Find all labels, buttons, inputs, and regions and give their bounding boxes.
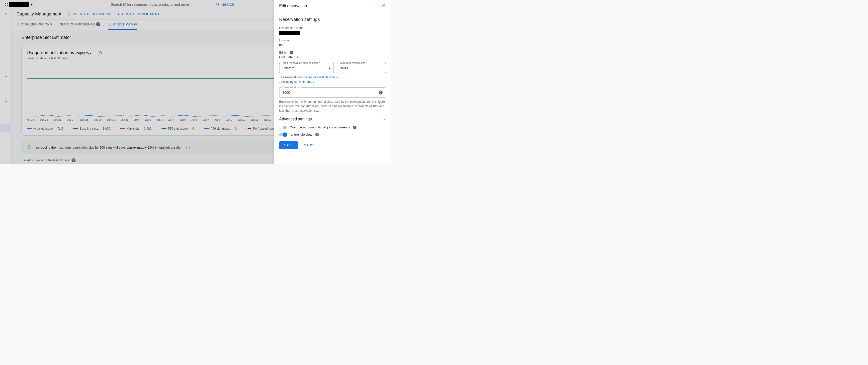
- close-icon: [381, 3, 386, 7]
- max-size-selector-label: Max reservation size selector *: [282, 61, 321, 64]
- chevron-down-icon: ▾: [329, 66, 331, 70]
- help-icon[interactable]: ?: [290, 51, 293, 54]
- save-button[interactable]: SAVE: [279, 141, 298, 149]
- cancel-button[interactable]: CANCEL: [301, 141, 320, 149]
- edit-reservation-panel: Edit reservation Reservation settings Re…: [274, 0, 391, 164]
- advanced-settings-toggle[interactable]: Advanced settings: [279, 117, 386, 121]
- max-available-link[interactable]: maximum available slots⬈: [303, 75, 338, 79]
- reservation-settings-title: Reservation settings: [279, 17, 386, 22]
- override-concurrency-label: Override automatic target job concurrenc…: [290, 125, 350, 129]
- reservation-name-redacted: [279, 31, 300, 35]
- location-label: Location: [279, 39, 386, 42]
- baseline-helper: Baseline is the minimum number of slots …: [279, 99, 386, 113]
- ignore-idle-row: Ignore idle slots ?: [279, 133, 386, 136]
- panel-title: Edit reservation: [279, 4, 307, 8]
- max-size-helper: The reservation's maximum available slot…: [279, 75, 386, 84]
- override-concurrency-toggle[interactable]: [279, 126, 287, 129]
- chevron-up-icon: [382, 117, 386, 121]
- max-size-field[interactable]: Max reservation size 3500: [337, 63, 386, 73]
- max-size-label: Max reservation size: [339, 61, 367, 64]
- panel-actions: SAVE CANCEL: [279, 141, 386, 149]
- external-link-icon: ⬈: [336, 76, 338, 79]
- help-icon[interactable]: ?: [353, 126, 356, 129]
- max-size-selector-value: Custom: [282, 66, 294, 70]
- panel-body: Reservation settings Reservation name Lo…: [274, 12, 391, 164]
- commitments-link[interactable]: commitments⬈: [294, 80, 315, 84]
- edition-label: Edition: [279, 51, 288, 54]
- close-button[interactable]: [381, 3, 386, 9]
- advanced-settings-title: Advanced settings: [279, 117, 312, 121]
- edition-value: ENTERPRISE: [279, 55, 386, 59]
- max-size-value: 3500: [340, 66, 348, 70]
- max-size-selector-field[interactable]: Max reservation size selector * Custom ▾: [279, 63, 334, 73]
- help-icon[interactable]: ?: [379, 91, 383, 94]
- ignore-idle-label: Ignore idle slots: [290, 133, 312, 136]
- ignore-idle-toggle[interactable]: [279, 133, 287, 136]
- reservation-name-label: Reservation name: [279, 26, 386, 30]
- override-concurrency-row: Override automatic target job concurrenc…: [279, 125, 386, 129]
- help-icon[interactable]: ?: [315, 133, 319, 136]
- external-link-icon: ⬈: [313, 81, 315, 83]
- baseline-slots-field[interactable]: Baseline slots 3000 ?: [279, 88, 386, 97]
- location-value: us: [279, 43, 386, 47]
- baseline-value: 3000: [282, 91, 290, 94]
- panel-header: Edit reservation: [274, 0, 391, 12]
- baseline-label: Baseline slots: [282, 86, 301, 89]
